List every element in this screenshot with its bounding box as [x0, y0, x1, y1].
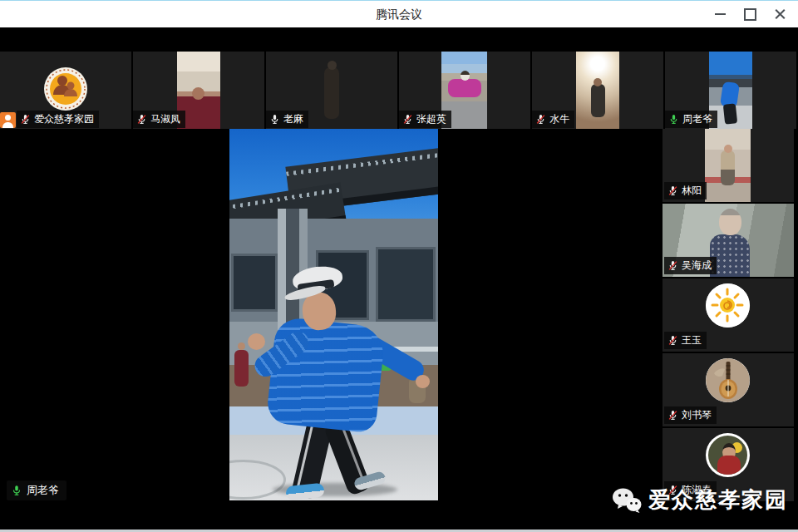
participant-name: 吴海成	[682, 259, 712, 273]
participant-name: 张超英	[416, 112, 446, 126]
participant-name: 马淑凤	[150, 112, 180, 126]
building-window	[231, 254, 278, 312]
speaker-name: 周老爷	[27, 483, 59, 498]
mic-muted-icon	[402, 114, 413, 125]
participant-name: 周老爷	[682, 112, 712, 126]
minimize-icon	[715, 13, 726, 15]
tencent-meeting-window: 腾讯会议	[0, 0, 798, 532]
participant-name-tag: 周老爷	[665, 111, 717, 128]
participant-name-tag: 水牛	[532, 111, 574, 128]
thumbnail-tile-mashufeng[interactable]: 马淑凤	[133, 52, 264, 129]
background-person	[234, 350, 249, 387]
participant-name-tag: 王玉	[664, 332, 707, 349]
participant-name: 爱众慈孝家园	[34, 112, 94, 126]
dancer-jacket	[266, 316, 387, 433]
close-icon	[775, 9, 786, 20]
guitar-avatar	[706, 358, 750, 402]
dancer-hand	[416, 375, 430, 388]
participant-name-tag: 林阳	[664, 182, 707, 200]
thumbnail-tile-aizhong[interactable]: 爱众慈孝家园	[0, 52, 131, 129]
sidebar-tile-liushuqin[interactable]: 刘书琴	[663, 353, 794, 426]
participant-name-tag: 老麻	[266, 111, 308, 128]
participant-name-tag: 爱众慈孝家园	[17, 111, 99, 128]
watermark-text: 爱众慈孝家园	[648, 485, 788, 515]
presenter-icon	[0, 112, 16, 128]
thumbnail-tile-zhoulaoye[interactable]: 周老爷	[665, 52, 796, 129]
maximize-button[interactable]	[735, 1, 765, 27]
participant-name-tag: 刘书琴	[664, 406, 717, 424]
maximize-icon	[744, 8, 756, 21]
mic-muted-icon	[20, 114, 31, 125]
participant-name-tag: 张超英	[399, 111, 451, 128]
participant-name: 老麻	[283, 112, 303, 126]
participant-video	[705, 129, 751, 202]
mic-active-icon	[668, 114, 679, 125]
main-stage-video[interactable]	[229, 129, 438, 500]
participant-name: 王玉	[682, 333, 702, 347]
participant-video	[576, 52, 619, 129]
sidebar-tile-linyang[interactable]: 林阳	[663, 129, 794, 202]
building-window	[376, 247, 436, 322]
stage-speaker-tag: 周老爷	[7, 480, 66, 500]
mic-muted-icon	[667, 410, 678, 421]
thumbnail-tile-laoma[interactable]: 老麻	[266, 52, 397, 129]
thumbnail-tile-shuiniu[interactable]: 水牛	[532, 52, 663, 129]
mic-muted-icon	[535, 114, 546, 125]
mic-muted-icon	[136, 114, 147, 125]
window-controls	[705, 1, 795, 27]
wechat-icon	[612, 487, 642, 513]
participant-video	[310, 52, 353, 129]
participant-name: 刘书琴	[682, 408, 712, 422]
sidebar-tile-wangyu[interactable]: 王玉	[663, 278, 794, 352]
sun-avatar	[706, 283, 750, 328]
mic-muted-icon	[667, 335, 678, 346]
minimize-button[interactable]	[705, 1, 735, 27]
mic-muted-icon	[667, 260, 678, 271]
thumbnail-tile-zhangchaoying[interactable]: 张超英	[399, 52, 530, 129]
participant-name: 林阳	[682, 184, 702, 198]
sidebar-tile-wuhaicheng[interactable]: 吴海成	[663, 204, 794, 277]
family-logo-badge	[43, 66, 88, 111]
watermark: 爱众慈孝家园	[612, 485, 788, 515]
participant-name-tag: 马淑凤	[133, 111, 185, 128]
photo-avatar	[706, 433, 750, 477]
mic-on-icon	[269, 114, 280, 125]
mic-muted-icon	[667, 185, 678, 196]
dancer-fist	[248, 333, 265, 350]
window-title: 腾讯会议	[0, 1, 798, 27]
participant-name-tag: 吴海成	[664, 257, 717, 274]
close-button[interactable]	[765, 1, 795, 27]
participant-name: 水牛	[549, 112, 569, 126]
titlebar[interactable]: 腾讯会议	[0, 0, 798, 27]
mic-active-icon	[11, 485, 22, 496]
